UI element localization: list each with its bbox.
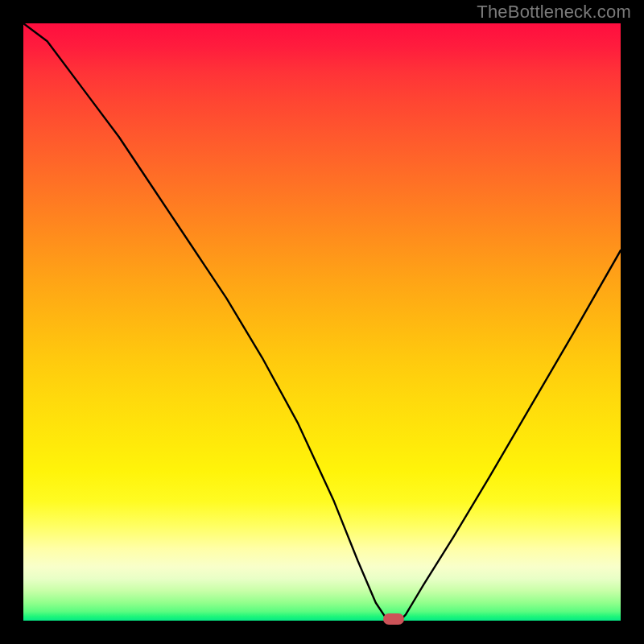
curve-path — [23, 23, 621, 621]
bottleneck-chart: TheBottleneck.com — [0, 0, 644, 644]
minimum-marker — [383, 613, 404, 625]
watermark-text: TheBottleneck.com — [477, 2, 631, 23]
plot-area — [23, 23, 621, 621]
bottleneck-curve — [23, 23, 621, 621]
